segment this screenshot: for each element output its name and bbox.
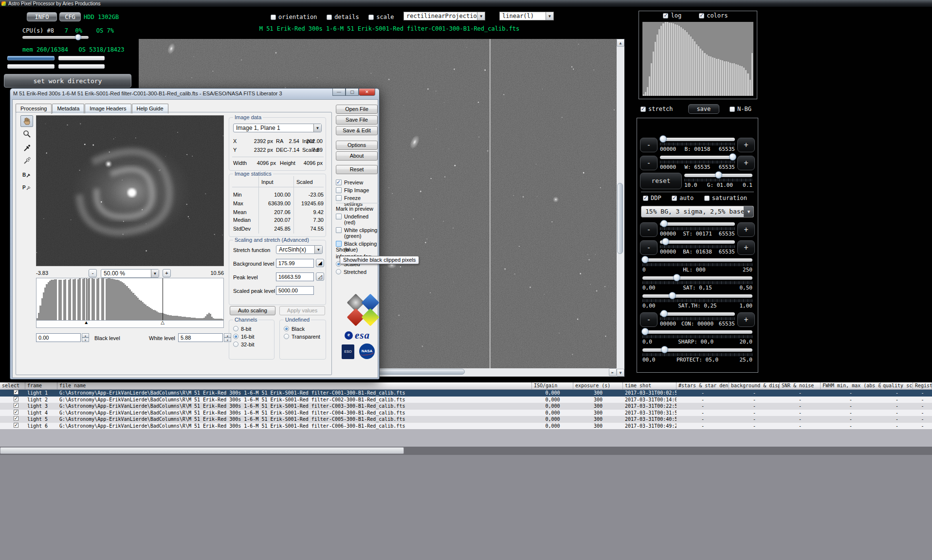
slider-hl-thumb[interactable] [641, 256, 649, 263]
view-option-checkbox[interactable] [336, 187, 342, 193]
level-marker-strip[interactable]: ▲ △ [36, 321, 224, 328]
chevron-down-icon[interactable]: ▼ [744, 206, 753, 217]
slider-st-increment-button[interactable]: + [737, 222, 755, 237]
set-work-directory-button[interactable]: set work directory [4, 74, 131, 88]
black-level-input[interactable] [36, 333, 81, 342]
slider-hl-track[interactable] [642, 258, 752, 262]
scroll-down-icon[interactable]: ▼ [617, 369, 624, 377]
white-level-marker[interactable] [163, 278, 163, 320]
slider-sat-th-track[interactable] [642, 294, 752, 298]
slider-ba-track[interactable] [660, 240, 735, 244]
slider-w-decrement-button[interactable]: - [640, 156, 658, 170]
maximize-icon[interactable]: ▢ [346, 89, 359, 96]
row-checkbox[interactable] [14, 410, 18, 415]
cpu-slider-thumb[interactable] [75, 34, 81, 40]
mark-option-checkbox[interactable] [336, 214, 342, 219]
slider-b-increment-button[interactable]: + [737, 138, 755, 152]
slider-w-increment-button[interactable]: + [737, 156, 755, 170]
column-header--stars-star-density[interactable]: #stars & star density [676, 382, 729, 389]
minimize-icon[interactable]: — [332, 89, 346, 96]
mark-option-checkbox[interactable] [336, 241, 342, 247]
save-button[interactable]: save [688, 104, 719, 114]
projection-select[interactable]: rectilinearProjection▼ [403, 12, 485, 20]
black-level-handle[interactable]: ▲ [84, 320, 89, 325]
table-row[interactable]: light 2G:\Astronomy\App-ErikVanLierde\Ba… [0, 397, 932, 403]
column-header-exposure-s-[interactable]: exposure (s) [573, 382, 623, 389]
column-header-file-name[interactable]: file name [57, 382, 532, 389]
slider-con-thumb[interactable] [660, 310, 668, 317]
white-level-input[interactable] [178, 333, 223, 342]
slider-ba-increment-button[interactable]: + [737, 240, 755, 255]
slider-sat-thumb[interactable] [673, 274, 680, 281]
slider-g-thumb[interactable] [715, 171, 722, 179]
dialog-titlebar[interactable]: M 51 Erik-Red 300s 1-6-M 51 Erik-S001-Re… [10, 89, 379, 99]
scale-checkbox[interactable] [368, 15, 374, 20]
column-header-snr-noise[interactable]: SNR & noise [780, 382, 821, 389]
row-checkbox[interactable] [14, 423, 18, 428]
chevron-down-icon[interactable]: ▼ [546, 12, 553, 20]
reset-button[interactable]: reset [640, 173, 682, 189]
orientation-checkbox[interactable] [271, 15, 276, 20]
peak-eyedropper-tool[interactable] [20, 155, 33, 167]
slider-con-increment-button[interactable]: + [737, 312, 755, 327]
table-hscrollbar-thumb[interactable] [0, 447, 404, 454]
slider-sat-th-thumb[interactable] [669, 292, 676, 299]
viewport-vscrollbar[interactable]: ▲ ▼ [617, 39, 624, 377]
column-header-background-dispersion[interactable]: background & dispersion [729, 382, 780, 389]
slider-w-thumb[interactable] [729, 153, 736, 161]
slider-con-track[interactable] [660, 312, 735, 316]
white-level-eyedropper-tool[interactable]: P [20, 181, 33, 193]
slider-b-decrement-button[interactable]: - [640, 138, 658, 152]
column-header-quality-score[interactable]: quality score [881, 382, 913, 389]
open-file-button[interactable]: Open File [336, 105, 378, 114]
row-checkbox[interactable] [14, 403, 18, 408]
stretch-mode-select[interactable]: linear(l)▼ [499, 12, 554, 20]
black-level-marker[interactable] [86, 278, 87, 320]
scaled-peak-level-input[interactable] [276, 286, 314, 295]
column-header-select[interactable]: select [0, 382, 25, 389]
scroll-up-icon[interactable]: ▲ [617, 39, 624, 47]
slider-protect-thumb[interactable] [661, 346, 668, 353]
channel-radio[interactable] [233, 334, 238, 339]
table-hscrollbar[interactable] [0, 447, 932, 455]
apply-values-button[interactable]: Apply values [279, 306, 325, 315]
view-option-checkbox[interactable] [336, 180, 342, 185]
background-eyedropper-tool[interactable] [20, 143, 33, 154]
table-row[interactable]: light 5G:\Astronomy\App-ErikVanLierde\Ba… [0, 416, 932, 423]
mark-option-checkbox[interactable] [336, 227, 342, 233]
slider-st-track[interactable] [660, 222, 735, 226]
galaxy-preview-image[interactable] [36, 115, 224, 266]
chevron-down-icon[interactable]: ▼ [313, 124, 321, 132]
white-level-handle[interactable]: △ [161, 320, 164, 325]
about-button[interactable]: About [336, 151, 378, 161]
undefined-radio[interactable] [284, 326, 289, 331]
input-histogram[interactable] [36, 278, 224, 321]
slider-g-track[interactable] [684, 174, 752, 177]
scroll-right-icon[interactable]: ► [609, 368, 617, 376]
row-checkbox[interactable] [14, 416, 18, 421]
background-picker-button[interactable]: ◢ [316, 259, 324, 267]
slider-sharp-thumb[interactable] [641, 328, 649, 335]
stretch-preset-select[interactable]: 15% BG, 3 sigma, 2,5% base ▼ [641, 206, 754, 217]
stretch-checkbox[interactable] [640, 107, 646, 112]
column-header-time-shot[interactable]: time shot [623, 382, 676, 389]
column-header-iso-gain[interactable]: ISO/gain [532, 382, 573, 389]
channel-radio[interactable] [233, 326, 238, 331]
log-checkbox[interactable] [663, 13, 668, 18]
slider-st-decrement-button[interactable]: - [640, 222, 658, 237]
row-checkbox[interactable] [14, 390, 18, 395]
stretch-function-select[interactable]: ArcSinh(x) ▼ [276, 245, 323, 254]
chevron-down-icon[interactable]: ▼ [314, 246, 322, 253]
vscrollbar-thumb[interactable] [617, 183, 623, 254]
column-header-fwhm-min-max-abs-rel-[interactable]: FWHM min, max (abs & rel) [821, 382, 881, 389]
black-level-spinner[interactable]: ▲▼ [82, 333, 89, 342]
table-row[interactable]: light 1G:\Astronomy\App-ErikVanLierde\Ba… [0, 390, 932, 397]
cpu-slider[interactable] [22, 36, 89, 39]
black-level-eyedropper-tool[interactable]: B [20, 169, 33, 181]
auto-checkbox[interactable] [672, 196, 677, 201]
column-header-frame[interactable]: frame [25, 382, 57, 389]
row-checkbox[interactable] [14, 397, 18, 401]
slider-b-thumb[interactable] [659, 135, 667, 143]
reset-button[interactable]: Reset [336, 165, 378, 174]
view-option-checkbox[interactable] [336, 195, 342, 201]
